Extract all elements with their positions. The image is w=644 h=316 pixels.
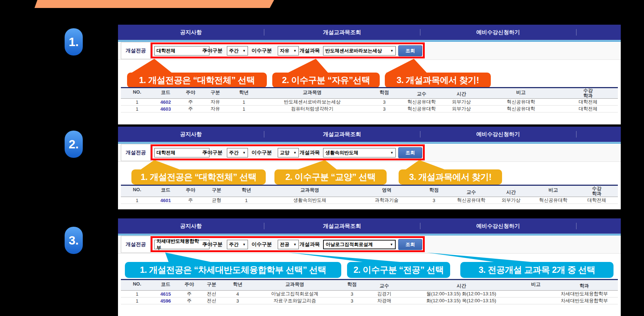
callout-step-2: 2. 이수구분 “자유”선택 xyxy=(272,73,380,88)
course-code-link[interactable]: 4615 xyxy=(153,291,178,297)
course-table: NO.코드주야구분학년교과목명영역학점교수시간비고수강 학과14601주균형1생… xyxy=(121,185,618,204)
cell: 대학전체 xyxy=(558,106,618,112)
cell: 월(12:00~13:15) 화(12:00~13:15) xyxy=(402,291,521,297)
course-select-value: 반도체센서로바라보는세상 xyxy=(325,48,382,54)
chevron-down-icon: ▼ xyxy=(242,151,246,155)
tab-course-list[interactable]: 개설교과목조회 xyxy=(264,218,420,234)
cell xyxy=(521,297,551,304)
step-number-badge: 3. xyxy=(65,227,83,254)
category-select[interactable]: 교양▼ xyxy=(278,148,299,157)
header-cell: 영역 xyxy=(357,186,416,197)
cell: 주 xyxy=(178,106,203,112)
tab-pre-registration[interactable]: 예비수강신청하기 xyxy=(420,25,576,40)
category-select-value: 교양 xyxy=(280,149,289,156)
cell: 생활속의반도체 xyxy=(262,197,357,204)
cell: 주 xyxy=(178,297,200,304)
course-code-link[interactable]: 4603 xyxy=(153,106,178,112)
header-cell: 구분 xyxy=(200,280,223,290)
tab-bar: 공지사항개설교과목조회예비수강신청하기 xyxy=(118,127,621,142)
cell: 1 xyxy=(228,99,260,105)
cell: 1 xyxy=(121,291,153,297)
cell: 화(12:00~13:15) 목(12:00~13:15) xyxy=(402,297,521,304)
cell: 자유 xyxy=(203,99,228,105)
tab-separator xyxy=(576,29,576,36)
search-button[interactable]: 조회 xyxy=(398,45,422,56)
step-number-badge: 2. xyxy=(65,131,83,158)
cell: 주 xyxy=(178,291,200,297)
header-cell: 구분 xyxy=(203,186,230,197)
category-select[interactable]: 자유▼ xyxy=(278,46,299,56)
major-filter-label: 개설전공 xyxy=(121,236,151,253)
cell: 자료구조와알고리즘 xyxy=(253,297,337,304)
cell: 1 xyxy=(121,297,153,304)
daynight-label: 주야구분 xyxy=(202,42,223,59)
header-cell: 구분 xyxy=(203,88,228,98)
header-cell: 비고 xyxy=(484,88,558,98)
daynight-select-value: 주간 xyxy=(229,48,239,54)
tab-separator xyxy=(576,131,576,138)
course-code-link[interactable]: 4596 xyxy=(153,297,178,304)
header-cell: 주야 xyxy=(178,186,203,197)
header-cell: 시간 xyxy=(491,186,531,197)
table-row: 14603주자유1컴퓨터처럼생각하기3혁신공유대학외부가상혁신공유대학대학전체 xyxy=(121,106,618,112)
search-button[interactable]: 조회 xyxy=(398,147,422,158)
course-search-panel: 공지사항개설교과목조회예비수강신청하기개설전공대학전체▼주야구분주간▼이수구분자… xyxy=(118,25,621,124)
header-cell: 수강 학과 xyxy=(558,88,618,98)
header-cell: 학년 xyxy=(223,280,253,290)
daynight-select-value: 주간 xyxy=(229,149,239,156)
callout-step-2: 2. 이수구분 “전공” 선택 xyxy=(347,262,450,278)
chevron-down-icon: ▼ xyxy=(242,243,246,246)
chevron-down-icon: ▼ xyxy=(242,49,246,53)
category-select[interactable]: 전공▼ xyxy=(278,240,299,249)
cell: 차세대반도체융합학부 xyxy=(551,297,618,304)
course-code-link[interactable]: 4602 xyxy=(153,99,178,105)
course-select[interactable]: 반도체센서로바라보는세상▼ xyxy=(323,46,396,56)
cell: 아날로그집적회로설계 xyxy=(253,291,337,297)
daynight-select[interactable]: 주간▼ xyxy=(227,240,248,249)
header-cell: 비고 xyxy=(531,186,575,197)
category-label: 이수구분 xyxy=(252,42,272,59)
tab-course-list[interactable]: 개설교과목조회 xyxy=(264,127,420,142)
table-header-row: NO.코드주야구분학년교과목명학점교수시간비고학과 xyxy=(121,279,618,291)
header-cell: 교과목명 xyxy=(262,186,357,197)
tab-course-list[interactable]: 개설교과목조회 xyxy=(264,25,420,40)
chevron-down-icon: ▼ xyxy=(390,243,393,246)
major-select-value: 대학전체 xyxy=(156,48,175,54)
callout-pointer xyxy=(131,59,172,73)
chevron-down-icon: ▼ xyxy=(293,243,297,246)
cell xyxy=(521,291,551,297)
tab-pre-registration[interactable]: 예비수강신청하기 xyxy=(420,127,576,142)
course-code-link[interactable]: 4601 xyxy=(153,197,178,204)
course-table: NO.코드주야구분학년교과목명학점교수시간비고학과14615주전선4아날로그집적… xyxy=(121,279,618,304)
cell: 전선 xyxy=(200,297,223,304)
category-select-value: 전공 xyxy=(280,241,289,248)
table-row: 14602주자유1반도체센서로바라보는세상3혁신공유대학외부가상혁신공유대학대학… xyxy=(121,99,618,106)
category-select-value: 자유 xyxy=(280,48,289,54)
tab-notice[interactable]: 공지사항 xyxy=(118,25,264,40)
header-cell: 학과 xyxy=(551,280,618,290)
major-filter-label: 개설전공 xyxy=(121,42,151,59)
daynight-select[interactable]: 주간▼ xyxy=(227,46,248,56)
tab-notice[interactable]: 공지사항 xyxy=(118,218,264,234)
major-select[interactable]: 대학전체▼ xyxy=(154,46,209,56)
course-select[interactable]: 생활속의반도체▼ xyxy=(323,148,396,157)
daynight-select[interactable]: 주간▼ xyxy=(227,148,248,157)
major-select[interactable]: 대학전체▼ xyxy=(154,148,209,157)
header-cell: 시간 xyxy=(402,280,521,290)
course-select-value: 아날로그집적회로설계 xyxy=(326,241,373,248)
callout-step-3: 3. 개설과목에서 찾기! xyxy=(399,169,502,185)
callout-step-1: 1. 개설전공은 “대학전체” 선택 xyxy=(131,169,266,185)
major-select[interactable]: 차세대반도체융합학부▼ xyxy=(154,240,209,249)
cell: 전선 xyxy=(200,291,223,297)
header-cell: 학점 xyxy=(364,88,404,98)
cell: 차세대반도체융합학부 xyxy=(551,291,618,297)
cell: 3 xyxy=(364,99,404,105)
course-select[interactable]: 아날로그집적회로설계▼ xyxy=(323,240,396,249)
search-button[interactable]: 조회 xyxy=(398,239,422,250)
course-search-panel: 공지사항개설교과목조회예비수강신청하기개설전공차세대반도체융합학부▼주야구분주간… xyxy=(118,218,621,316)
table-header-row: NO.코드주야구분학년교과목명학점교수시간비고수강 학과 xyxy=(121,87,618,99)
tab-notice[interactable]: 공지사항 xyxy=(118,127,264,142)
filter-bar: 개설전공대학전체▼주야구분주간▼이수구분교양▼개설과목생활속의반도체▼조회 xyxy=(118,144,621,162)
tab-pre-registration[interactable]: 예비수강신청하기 xyxy=(420,218,576,234)
cell: 1 xyxy=(121,106,153,112)
